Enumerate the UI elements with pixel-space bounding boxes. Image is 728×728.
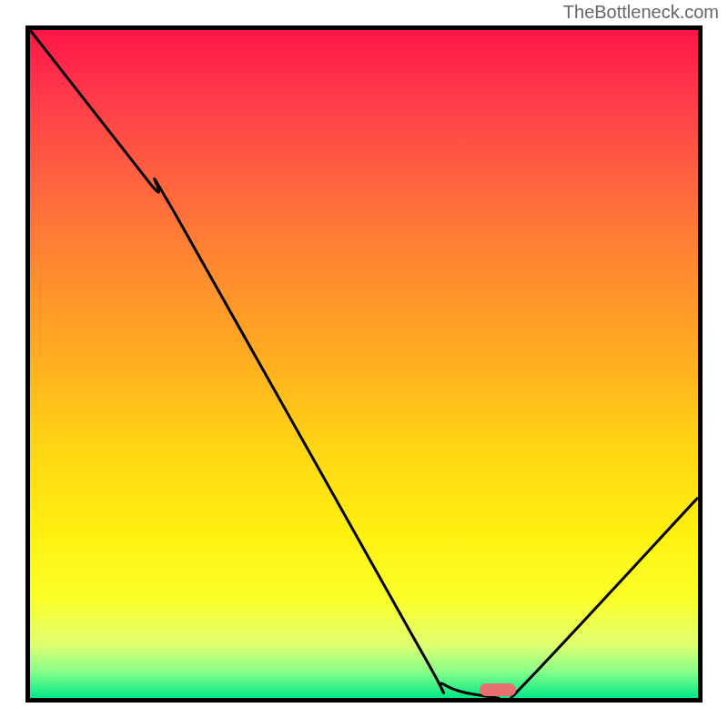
watermark-text: TheBottleneck.com — [563, 2, 719, 23]
optimal-marker-icon — [480, 683, 516, 696]
chart-frame — [25, 25, 703, 703]
bottleneck-curve — [30, 30, 698, 698]
